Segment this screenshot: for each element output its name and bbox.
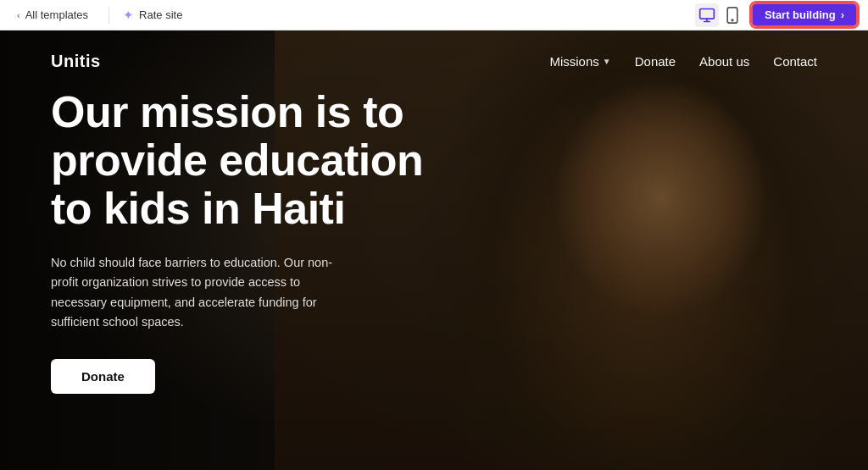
device-icons: [695, 3, 743, 27]
site-logo: Unitis: [51, 52, 101, 71]
donate-button[interactable]: Donate: [51, 359, 155, 394]
rate-site-label: Rate site: [139, 8, 182, 21]
nav-missions-label: Missions: [549, 54, 598, 69]
mobile-icon: [726, 7, 739, 24]
all-templates-button[interactable]: ‹ All templates: [10, 5, 95, 25]
toolbar-right: Start building ›: [695, 3, 858, 27]
site-nav: Unitis Missions ▼ Donate About us Contac…: [0, 30, 868, 91]
start-building-label: Start building: [765, 8, 836, 21]
start-building-chevron-icon: ›: [841, 8, 844, 21]
nav-links: Missions ▼ Donate About us Contact: [549, 54, 817, 69]
nav-contact[interactable]: Contact: [773, 54, 817, 69]
hero-subtitle: No child should face barriers to educati…: [51, 253, 356, 332]
toolbar: ‹ All templates ✦ Rate site: [0, 0, 868, 30]
star-icon: ✦: [123, 8, 134, 23]
nav-donate[interactable]: Donate: [635, 54, 676, 69]
rate-site-button[interactable]: ✦ Rate site: [123, 8, 182, 23]
site-content: Unitis Missions ▼ Donate About us Contac…: [0, 30, 868, 470]
svg-point-2: [732, 19, 733, 21]
hero-title: Our mission is to provide education to k…: [51, 88, 475, 234]
all-templates-label: All templates: [25, 8, 88, 21]
svg-rect-0: [700, 8, 715, 19]
desktop-view-button[interactable]: [695, 3, 719, 27]
toolbar-divider: [108, 7, 109, 24]
mobile-view-button[interactable]: [722, 3, 743, 27]
desktop-icon: [698, 7, 715, 24]
chevron-left-icon: ‹: [17, 10, 20, 20]
start-building-button[interactable]: Start building ›: [751, 3, 858, 27]
dropdown-arrow-icon: ▼: [603, 57, 611, 66]
toolbar-left: ‹ All templates ✦ Rate site: [10, 5, 182, 25]
hero-content: Our mission is to provide education to k…: [51, 88, 475, 394]
nav-contact-label: Contact: [773, 54, 817, 69]
nav-donate-label: Donate: [635, 54, 676, 69]
nav-missions[interactable]: Missions ▼: [549, 54, 610, 69]
nav-about-us[interactable]: About us: [699, 54, 749, 69]
nav-about-label: About us: [699, 54, 749, 69]
